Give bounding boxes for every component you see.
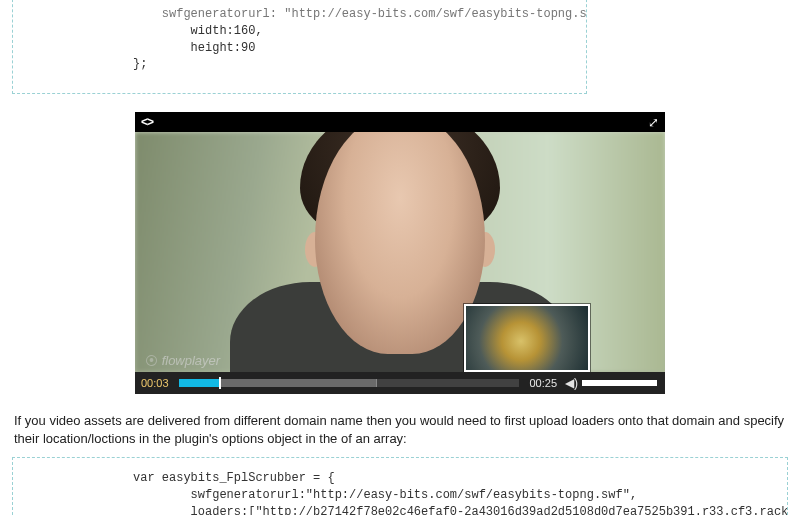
code-line: swfgeneratorurl:"http://easy-bits.com/sw… (133, 488, 637, 502)
volume-track[interactable] (582, 380, 657, 386)
code-line: loaders:["http://b27142f78e02c46efaf0-2a… (133, 505, 788, 515)
volume-icon[interactable]: ◀) (565, 376, 582, 390)
time-elapsed: 00:03 (135, 377, 175, 389)
video-frame: <> ⤢ flowplayer 00:03 (135, 112, 665, 394)
preview-thumbnail (464, 304, 590, 372)
fullscreen-icon[interactable]: ⤢ (648, 116, 659, 129)
video-controls: 00:03 00:25 ◀) (135, 372, 665, 394)
code-line: height:90 (133, 41, 255, 55)
code-line: width:160, (133, 24, 263, 38)
code-line: var easybits_FplScrubber = { (133, 471, 335, 485)
code-line: }; (133, 57, 147, 71)
progress-track[interactable] (179, 379, 520, 387)
embed-icon[interactable]: <> (141, 115, 153, 129)
code-block-bottom: var easybits_FplScrubber = { swfgenerato… (12, 457, 788, 515)
video-player: <> ⤢ flowplayer 00:03 (135, 112, 665, 394)
code-line: swfgeneratorurl: "http://easy-bits.com/s… (133, 7, 587, 21)
playhead[interactable] (219, 377, 221, 389)
progress-played (179, 379, 220, 387)
video-viewport[interactable]: flowplayer (135, 132, 665, 372)
page: swfgeneratorurl: "http://easy-bits.com/s… (0, 0, 800, 515)
figure-face (315, 132, 485, 354)
code-bottom: var easybits_FplScrubber = { swfgenerato… (13, 470, 787, 515)
time-total: 00:25 (523, 377, 565, 389)
video-topbar: <> ⤢ (135, 112, 665, 132)
code-top: swfgeneratorurl: "http://easy-bits.com/s… (13, 6, 586, 73)
paragraph-loaders: If you video assets are delivered from d… (14, 412, 786, 447)
code-block-top: swfgeneratorurl: "http://easy-bits.com/s… (12, 0, 587, 94)
